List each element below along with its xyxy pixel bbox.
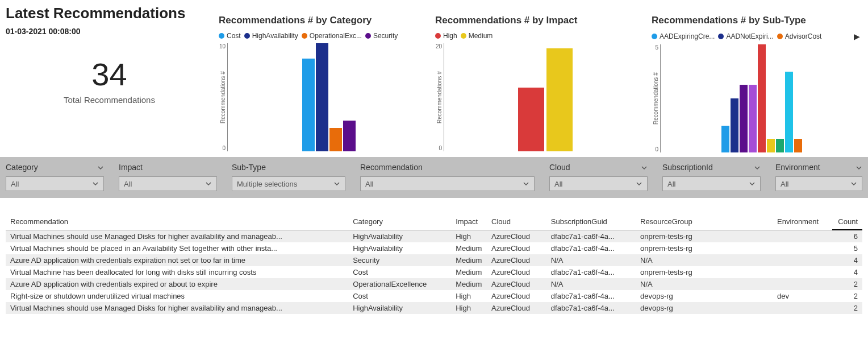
cell-imp: Medium: [451, 278, 487, 290]
cell-cloud: AzureCloud: [487, 290, 546, 302]
chevron-down-icon: [333, 180, 340, 187]
cell-imp: High: [451, 302, 487, 314]
chevron-down-icon: [749, 180, 756, 187]
legend-item[interactable]: AdvisorCost: [777, 32, 822, 40]
bar[interactable]: [785, 72, 793, 153]
cell-sub: dfabc7a1-ca6f-4a...: [546, 302, 636, 314]
filter-label: Recommendation: [360, 163, 423, 172]
table-row[interactable]: Virtual Machine has been deallocated for…: [6, 266, 862, 278]
bar[interactable]: [758, 44, 766, 152]
filter-dropdown[interactable]: All: [549, 176, 648, 191]
cell-cat: OperationalExcellence: [348, 278, 451, 290]
bar[interactable]: [776, 139, 784, 152]
cell-imp: High: [451, 230, 487, 242]
filter-dropdown[interactable]: Multiple selections: [232, 176, 345, 191]
cell-rg: N/A: [636, 254, 773, 266]
bar[interactable]: [731, 98, 738, 152]
col-impact[interactable]: Impact: [451, 214, 487, 230]
cell-cnt: 2: [832, 278, 862, 290]
table-row[interactable]: Right-size or shutdown underutilized vir…: [6, 290, 862, 302]
cell-cloud: AzureCloud: [487, 254, 546, 266]
chevron-down-icon: [850, 180, 857, 187]
kpi-value: 34: [6, 59, 213, 90]
cell-sub: N/A: [546, 278, 636, 290]
plot-area[interactable]: 5 0: [660, 44, 862, 152]
bar[interactable]: [546, 48, 573, 151]
chart-title: Recommendations # by Impact: [435, 15, 646, 26]
kpi-panel: Latest Recommendations 01-03-2021 00:08:…: [6, 5, 213, 152]
cell-cloud: AzureCloud: [487, 302, 546, 314]
table-row[interactable]: Azure AD application with credentials ex…: [6, 278, 862, 290]
col-recommendation[interactable]: Recommendation: [6, 214, 348, 230]
bar[interactable]: [343, 121, 356, 151]
col-environment[interactable]: Environment: [773, 214, 832, 230]
legend-dot-icon: [244, 33, 250, 39]
chevron-down-icon[interactable]: [97, 164, 104, 171]
cell-rg: onprem-tests-rg: [636, 242, 773, 254]
legend-dot-icon: [777, 34, 783, 39]
cell-cat: Cost: [348, 266, 451, 278]
cell-rec: Virtual Machine has been deallocated for…: [6, 266, 348, 278]
legend-item[interactable]: High: [435, 32, 457, 40]
legend-dot-icon: [652, 34, 657, 39]
filter-dropdown[interactable]: All: [360, 176, 535, 191]
table-row[interactable]: Virtual Machines should use Managed Disk…: [6, 230, 862, 242]
cell-rec: Virtual Machines should be placed in an …: [6, 242, 348, 254]
legend-item[interactable]: AADExpiringCre...: [652, 32, 715, 40]
legend-item[interactable]: Cost: [219, 32, 241, 40]
filter-dropdown[interactable]: All: [775, 176, 862, 191]
bar[interactable]: [721, 126, 729, 153]
cell-cat: Security: [348, 254, 451, 266]
chart-title: Recommendations # by Category: [219, 15, 429, 26]
legend-more-icon[interactable]: ▶: [852, 32, 862, 41]
cell-cat: HighAvailability: [348, 242, 451, 254]
cell-cloud: AzureCloud: [487, 266, 546, 278]
bar[interactable]: [518, 88, 544, 151]
cell-env: [773, 230, 832, 242]
filter-dropdown[interactable]: All: [662, 176, 761, 191]
legend-item[interactable]: AADNotExpiri...: [718, 32, 773, 40]
legend-item[interactable]: HighAvailability: [244, 32, 298, 40]
table-row[interactable]: Virtual Machines should be placed in an …: [6, 242, 862, 254]
cell-rec: Azure AD application with credentials ex…: [6, 254, 348, 266]
cell-env: [773, 278, 832, 290]
filter-category: CategoryAll: [0, 157, 110, 198]
cell-cnt: 5: [832, 242, 862, 254]
legend-item[interactable]: Medium: [461, 32, 493, 40]
plot-area[interactable]: 10 0: [227, 43, 429, 151]
filter-dropdown[interactable]: All: [119, 176, 217, 191]
bar[interactable]: [767, 139, 775, 152]
y-ticks: 10 0: [212, 43, 226, 151]
bar[interactable]: [316, 43, 328, 151]
col-resourcegroup[interactable]: ResourceGroup: [636, 214, 773, 230]
bar[interactable]: [749, 85, 757, 152]
col-count[interactable]: Count: [832, 214, 862, 230]
legend-item[interactable]: Security: [365, 32, 398, 40]
chevron-down-icon[interactable]: [754, 164, 761, 171]
chart-legend: Cost HighAvailability OperationalExc... …: [219, 32, 429, 40]
kpi-caption: Total Recommendations: [6, 95, 213, 105]
legend-dot-icon: [461, 33, 466, 39]
filter-label: Environment: [775, 163, 820, 172]
filter-environment: EnvironmentAll: [770, 157, 868, 198]
filter-label: Category: [6, 163, 38, 172]
chevron-down-icon[interactable]: [641, 164, 648, 171]
legend-item[interactable]: OperationalExc...: [302, 32, 362, 40]
filter-dropdown[interactable]: All: [6, 176, 104, 191]
recommendations-table[interactable]: Recommendation Category Impact Cloud Sub…: [6, 214, 862, 314]
col-subscription[interactable]: SubscriptionGuid: [546, 214, 636, 230]
chart-impact: Recommendations # by Impact High Medium …: [435, 5, 646, 152]
chevron-down-icon[interactable]: [856, 164, 862, 171]
cell-sub: N/A: [546, 254, 636, 266]
col-cloud[interactable]: Cloud: [487, 214, 546, 230]
bar[interactable]: [329, 128, 342, 151]
bar[interactable]: [740, 85, 748, 152]
table-row[interactable]: Virtual Machines should use Managed Disk…: [6, 302, 862, 314]
plot-area[interactable]: 20 0: [444, 43, 646, 151]
filter-label: Cloud: [549, 163, 570, 172]
table-row[interactable]: Azure AD application with credentials ex…: [6, 254, 862, 266]
cell-sub: dfabc7a1-ca6f-4a...: [546, 290, 636, 302]
bar[interactable]: [302, 59, 315, 151]
bar[interactable]: [794, 139, 802, 152]
col-category[interactable]: Category: [348, 214, 451, 230]
